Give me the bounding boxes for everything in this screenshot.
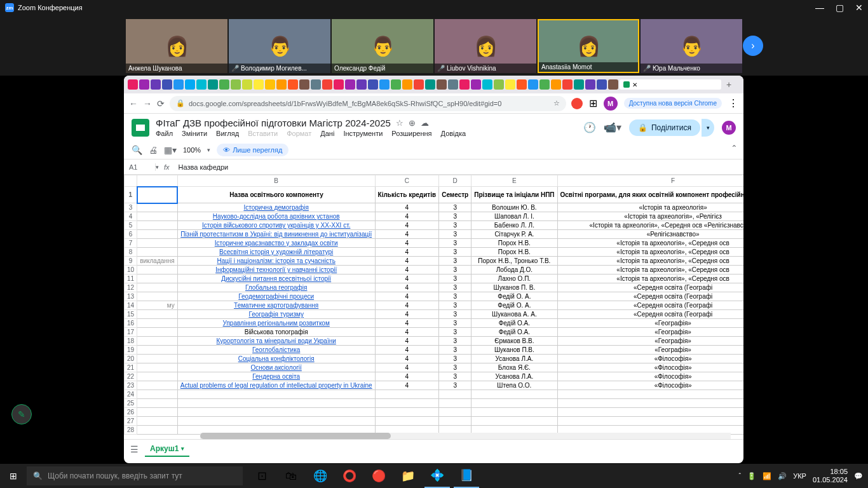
tab-icon[interactable] <box>494 79 504 90</box>
cell[interactable]: 3 <box>439 221 471 230</box>
cell[interactable]: 4 <box>375 221 439 230</box>
cell[interactable]: 3 <box>439 372 471 381</box>
menu-item[interactable]: Змінити <box>182 130 207 137</box>
tab-icon[interactable] <box>517 79 527 90</box>
cell[interactable]: «Географія» <box>557 319 743 328</box>
tab-icon[interactable] <box>528 79 538 90</box>
video-tile[interactable]: 👨🎤Володимир Могилев... <box>229 19 330 73</box>
tab-icon[interactable] <box>597 79 607 90</box>
profile-avatar[interactable]: M <box>604 97 618 111</box>
account-avatar[interactable]: M <box>722 121 736 135</box>
cell[interactable] <box>375 408 439 417</box>
tab-icon[interactable] <box>505 79 515 90</box>
cell[interactable] <box>137 248 178 257</box>
cell[interactable]: Основи аксіології <box>177 363 375 372</box>
menu-item[interactable]: Довідка <box>441 130 466 137</box>
cell[interactable]: «Історія та археологія», «Середня осв <box>557 257 743 266</box>
row-number[interactable]: 24 <box>125 390 137 399</box>
cell[interactable] <box>137 390 178 399</box>
tab-icon[interactable] <box>299 79 309 90</box>
tab-icon[interactable] <box>208 79 218 90</box>
tab-icon[interactable] <box>345 79 355 90</box>
cell[interactable]: Дискусійні питання всесвітньої історії <box>177 274 375 283</box>
cell[interactable]: «Філософія» <box>557 372 743 381</box>
cell[interactable] <box>137 274 178 283</box>
cell[interactable]: «Релігієзнавство» <box>557 230 743 239</box>
cell[interactable]: 3 <box>439 248 471 257</box>
cell[interactable] <box>375 399 439 408</box>
cell[interactable]: Курортологія та мінеральні води України <box>177 337 375 346</box>
cell[interactable]: «Історія та археологія», «Середня осв <box>557 248 743 257</box>
column-header[interactable]: E <box>471 175 557 187</box>
cell[interactable]: 3 <box>439 310 471 319</box>
cell[interactable]: 4 <box>375 337 439 346</box>
tab-icon[interactable] <box>242 79 252 90</box>
tab-icon[interactable] <box>402 79 412 90</box>
reload-button[interactable]: ⟳ <box>157 98 165 109</box>
tab-icon[interactable] <box>414 79 424 90</box>
cell[interactable]: 4 <box>375 363 439 372</box>
cell[interactable] <box>137 372 178 381</box>
cell[interactable]: Єрмаков В.В. <box>471 337 557 346</box>
cell[interactable]: 3 <box>439 212 471 221</box>
cell[interactable] <box>439 399 471 408</box>
column-header[interactable]: C <box>375 175 439 187</box>
cell[interactable]: 4 <box>375 301 439 310</box>
row-number[interactable]: 26 <box>125 408 137 417</box>
clock[interactable]: 18:05 01.05.2024 <box>813 468 848 484</box>
menu-item[interactable]: Вставити <box>248 130 278 137</box>
tab-icon[interactable] <box>562 79 573 90</box>
tab-icon[interactable] <box>196 79 207 90</box>
move-icon[interactable]: ⊕ <box>409 118 416 128</box>
cell[interactable] <box>471 408 557 417</box>
tray-chevron-icon[interactable]: ˆ <box>739 472 742 480</box>
sheet-tab[interactable]: Аркуш1 ▾ <box>145 442 189 457</box>
cell[interactable]: Управління регіональним розвитком <box>177 319 375 328</box>
taskbar-search[interactable]: 🔍 Щоби почати пошук, введіть запит тут <box>27 466 243 485</box>
cell[interactable]: «Географія» <box>557 346 743 355</box>
start-button[interactable]: ⊞ <box>0 464 27 488</box>
cell[interactable] <box>557 399 743 408</box>
scroll-thumb[interactable] <box>200 433 391 439</box>
cell[interactable]: «Філософія» <box>557 355 743 363</box>
filter-icon[interactable]: ▦▾ <box>164 145 177 155</box>
cell[interactable] <box>137 337 178 346</box>
close-button[interactable]: ✕ <box>855 3 863 13</box>
row-number[interactable]: 20 <box>125 355 137 363</box>
cell[interactable] <box>137 319 178 328</box>
cell[interactable]: «Географія» <box>557 337 743 346</box>
active-tab[interactable]: ✕ <box>620 79 721 90</box>
minimize-button[interactable]: — <box>815 3 824 13</box>
cell[interactable]: 4 <box>375 355 439 363</box>
row-number[interactable]: 9 <box>125 257 137 266</box>
cell[interactable]: Геоглобалістика <box>177 346 375 355</box>
cell[interactable]: «Середня освіта (Географі <box>557 301 743 310</box>
row-number[interactable]: 16 <box>125 319 137 328</box>
tab-icon[interactable] <box>162 79 172 90</box>
cell[interactable] <box>137 426 178 435</box>
cell[interactable]: Федій О. А. <box>471 301 557 310</box>
menu-item[interactable]: Вигляд <box>216 130 239 137</box>
tab-icon[interactable] <box>459 79 470 90</box>
menu-item[interactable]: Дані <box>320 130 334 137</box>
row-number[interactable]: 27 <box>125 417 137 426</box>
cell[interactable] <box>137 203 178 212</box>
cell[interactable]: Лобода Д.О. <box>471 266 557 274</box>
cell[interactable]: Інформаційні технології у навчанні істор… <box>177 266 375 274</box>
cell[interactable]: «Історія та археологія», «Середня осв <box>557 274 743 283</box>
tab-icon[interactable] <box>185 79 195 90</box>
header-cell[interactable]: Семестр <box>439 187 471 203</box>
cell[interactable]: 4 <box>375 292 439 301</box>
video-tile[interactable]: 👩Anastasiia Momot <box>538 19 639 73</box>
extensions-icon[interactable]: ⊞ <box>589 97 597 109</box>
cell[interactable]: Військова топографія <box>177 328 375 337</box>
cell[interactable]: Лахно О.П. <box>471 274 557 283</box>
sheets-logo-icon[interactable] <box>132 119 149 137</box>
cell[interactable]: «Історія та археологія», «Середня осв <box>557 239 743 248</box>
cell[interactable] <box>471 399 557 408</box>
extension-icon[interactable] <box>571 98 583 109</box>
row-number[interactable]: 6 <box>125 230 137 239</box>
cell[interactable]: 3 <box>439 274 471 283</box>
tab-icon[interactable] <box>265 79 275 90</box>
cell[interactable]: Actual problems of legal regulation of i… <box>177 381 375 390</box>
